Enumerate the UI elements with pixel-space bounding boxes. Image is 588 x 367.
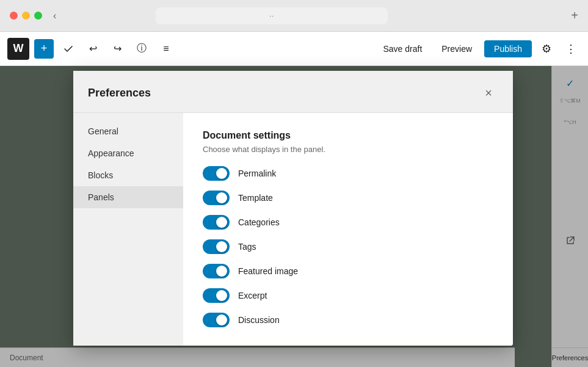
address-bar[interactable]: ··	[156, 7, 388, 24]
toggle-row-featured-image: Featured image	[203, 264, 493, 278]
toggle-categories[interactable]	[203, 215, 230, 230]
toggle-row-template: Template	[203, 191, 493, 205]
info-button[interactable]: ⓘ	[132, 39, 151, 59]
maximize-traffic-light[interactable]	[34, 12, 42, 20]
browser-back-button[interactable]: ‹	[49, 8, 60, 24]
toggle-label-permalink: Permalink	[238, 169, 276, 178]
toggle-template[interactable]	[203, 191, 230, 205]
toggle-row-excerpt: Excerpt	[203, 288, 493, 303]
toggle-permalink[interactable]	[203, 166, 230, 181]
nav-item-panels[interactable]: Panels	[73, 186, 183, 208]
nav-item-blocks[interactable]: Blocks	[73, 164, 183, 186]
toggle-excerpt[interactable]	[203, 288, 230, 303]
modal-overlay: Preferences × General Appearance Blocks	[0, 66, 588, 367]
dialog-panel: Document settings Choose what displays i…	[183, 113, 513, 346]
toggle-label-discussion: Discussion	[238, 315, 280, 325]
toggle-row-tags: Tags	[203, 239, 493, 254]
toggle-tags[interactable]	[203, 239, 230, 254]
toolbar-right: Save draft Preview Publish ⚙ ⋮	[376, 39, 581, 59]
publish-button[interactable]: Publish	[484, 40, 532, 57]
redo-button[interactable]: ↪	[107, 39, 127, 59]
panel-section-desc: Choose what displays in the panel.	[203, 145, 493, 154]
settings-button[interactable]: ⚙	[537, 39, 556, 59]
save-draft-button[interactable]: Save draft	[376, 40, 429, 57]
toggle-label-template: Template	[238, 193, 273, 203]
tools-button[interactable]	[59, 39, 78, 59]
toggle-label-excerpt: Excerpt	[238, 291, 267, 300]
nav-item-general[interactable]: General	[73, 120, 183, 142]
toggle-discussion[interactable]	[203, 313, 230, 327]
minimize-traffic-light[interactable]	[22, 12, 30, 20]
dialog-header: Preferences ×	[73, 71, 513, 113]
toggle-row-discussion: Discussion	[203, 313, 493, 327]
wordpress-logo[interactable]: W	[7, 38, 29, 60]
dialog-body: General Appearance Blocks Panels Documen…	[73, 113, 513, 346]
address-text: ··	[269, 11, 274, 20]
more-options-button[interactable]: ⋮	[561, 39, 581, 59]
preferences-dialog: Preferences × General Appearance Blocks	[73, 71, 513, 346]
dialog-title: Preferences	[88, 87, 151, 100]
toggle-row-permalink: Permalink	[203, 166, 493, 181]
dialog-close-button[interactable]: ×	[479, 83, 498, 103]
wp-editor-toolbar: W + ↩ ↪ ⓘ ≡ Save draft Preview Publish ⚙…	[0, 32, 588, 66]
toggle-featured-image[interactable]	[203, 264, 230, 278]
list-view-button[interactable]: ≡	[156, 39, 176, 59]
nav-item-appearance[interactable]: Appearance	[73, 142, 183, 164]
traffic-lights	[10, 12, 42, 20]
toggle-label-featured-image: Featured image	[238, 266, 298, 276]
undo-button[interactable]: ↩	[83, 39, 103, 59]
add-block-button[interactable]: +	[34, 39, 54, 59]
preview-button[interactable]: Preview	[434, 40, 479, 57]
toggle-label-categories: Categories	[238, 217, 280, 227]
toggle-label-tags: Tags	[238, 242, 256, 252]
close-traffic-light[interactable]	[10, 12, 18, 20]
dialog-nav: General Appearance Blocks Panels	[73, 113, 183, 346]
new-tab-button[interactable]: +	[571, 9, 578, 23]
panel-section-title: Document settings	[203, 130, 493, 141]
editor-main: A Document ✓ ⇧⌥⌘M ^⌥H Preferences	[0, 66, 588, 367]
toggle-row-categories: Categories	[203, 215, 493, 230]
browser-chrome: ‹ ·· +	[0, 0, 588, 32]
